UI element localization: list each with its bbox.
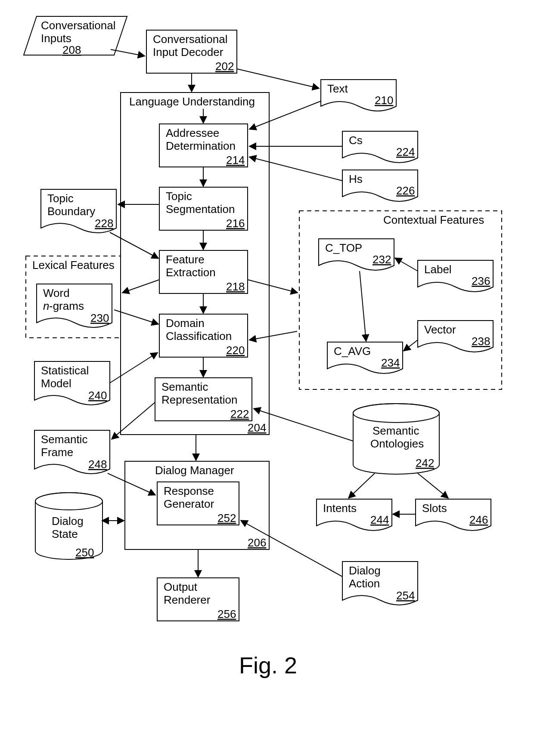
label: Hs xyxy=(349,173,363,185)
label: Addressee xyxy=(166,127,219,139)
label: Dialog Manager xyxy=(155,464,234,477)
arrow xyxy=(395,258,418,271)
arrow xyxy=(418,473,448,498)
label: Ontologies xyxy=(370,437,424,450)
ref: 206 xyxy=(248,536,266,549)
label: Vector xyxy=(424,323,456,336)
label: Output xyxy=(164,580,198,593)
label: Dialog xyxy=(349,564,381,577)
label: Statistical xyxy=(41,364,89,377)
label: Semantic xyxy=(41,433,87,446)
ref: 218 xyxy=(226,280,245,293)
label: Cs xyxy=(349,134,363,147)
ref: 216 xyxy=(226,217,245,230)
figure-label: Fig. 2 xyxy=(239,652,297,678)
ref: 250 xyxy=(75,546,94,559)
ref: 230 xyxy=(90,312,109,324)
label: Boundary xyxy=(47,205,95,218)
ref: 220 xyxy=(226,344,245,357)
label: Renderer xyxy=(164,593,211,606)
ref: 222 xyxy=(230,407,249,420)
label: Action xyxy=(349,577,380,590)
ref: 208 xyxy=(62,43,81,56)
label: Dialog xyxy=(52,515,84,528)
label: Response xyxy=(164,484,214,497)
label: Topic xyxy=(47,192,74,205)
ref: 254 xyxy=(396,589,415,602)
label: Extraction xyxy=(166,266,216,279)
label: Conversational xyxy=(41,19,115,32)
arrow xyxy=(404,340,418,351)
ref: 228 xyxy=(95,217,113,230)
label: Domain xyxy=(166,317,205,330)
ref: 236 xyxy=(472,275,490,287)
ref: 224 xyxy=(396,145,415,158)
arrow xyxy=(349,473,375,498)
label: Determination xyxy=(166,139,236,152)
ref: 248 xyxy=(88,458,107,471)
label: Intents xyxy=(323,502,357,515)
label: n xyxy=(43,299,49,312)
label: C_AVG xyxy=(334,345,371,358)
ref: 252 xyxy=(217,512,236,525)
label: -grams xyxy=(49,299,84,312)
ref: 204 xyxy=(248,421,266,434)
ref: 242 xyxy=(416,457,434,469)
diagram-canvas: Conversational Inputs 208 Conversational… xyxy=(0,0,534,756)
label: Representation xyxy=(161,393,237,406)
label: Conversational xyxy=(153,33,227,46)
label: State xyxy=(52,528,78,540)
label: Feature xyxy=(166,253,205,266)
arrow xyxy=(237,69,319,88)
ref: 238 xyxy=(472,335,490,348)
label: Topic xyxy=(166,190,192,203)
label: Inputs xyxy=(41,32,71,45)
label: Model xyxy=(41,377,71,390)
label: Segmentation xyxy=(166,203,235,216)
ref: 246 xyxy=(469,513,488,526)
label: Frame xyxy=(41,446,73,459)
label: Lexical Features xyxy=(32,259,115,272)
ref: 234 xyxy=(381,356,400,369)
label: Input Decoder xyxy=(153,46,224,59)
ref: 240 xyxy=(88,389,107,402)
ref: 202 xyxy=(215,60,234,73)
ref: 256 xyxy=(217,608,236,620)
label: Language Understanding xyxy=(129,95,255,108)
label: C_TOP xyxy=(325,241,362,254)
arrow xyxy=(111,49,144,56)
label: Word xyxy=(43,287,70,299)
label: Slots xyxy=(422,502,447,515)
label: Classification xyxy=(166,330,232,343)
ref: 210 xyxy=(375,94,393,107)
ref: 214 xyxy=(226,154,245,167)
label: Semantic xyxy=(373,424,419,437)
label: Contextual Features xyxy=(383,213,484,226)
label: Semantic xyxy=(161,380,208,393)
ref: 226 xyxy=(396,184,415,197)
label: Generator xyxy=(164,497,214,510)
ref: 232 xyxy=(373,253,391,266)
ref: 244 xyxy=(370,513,389,526)
arrow xyxy=(360,271,366,341)
label: Text xyxy=(327,82,348,95)
label: Label xyxy=(424,263,452,276)
